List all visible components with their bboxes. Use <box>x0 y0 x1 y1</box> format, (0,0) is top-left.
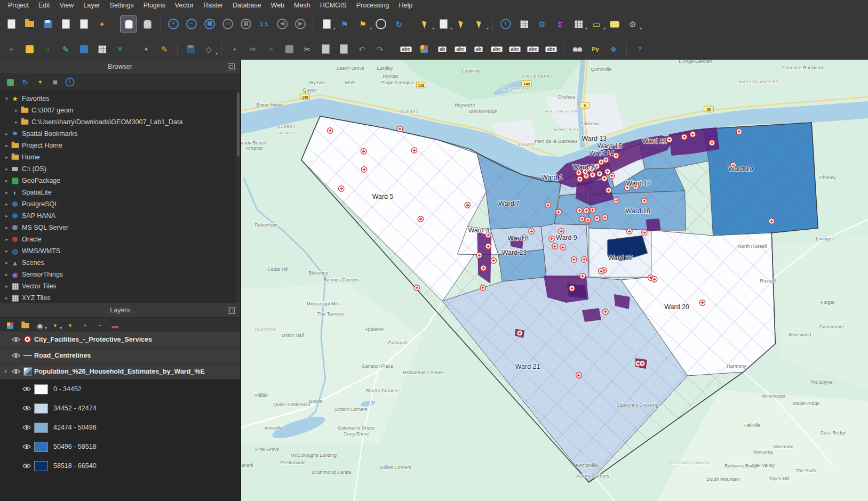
redo-icon[interactable]: ↷ <box>372 41 388 57</box>
facility-marker[interactable] <box>602 215 608 220</box>
filter-expression-icon[interactable]: ▼ <box>64 320 76 332</box>
attribute-table-icon[interactable] <box>570 16 586 32</box>
new-bookmark-icon[interactable]: ⚑ <box>337 16 353 32</box>
expander-arrow-icon[interactable]: ▸ <box>3 166 10 172</box>
facility-marker[interactable] <box>582 257 587 262</box>
zoom-last-icon[interactable]: ◀ <box>274 16 290 32</box>
facility-marker[interactable] <box>361 167 367 172</box>
expander-arrow-icon[interactable]: ▸ <box>3 248 10 254</box>
expander-arrow-icon[interactable]: ▸ <box>3 225 10 230</box>
save-project-icon[interactable] <box>39 16 55 32</box>
browser-scrollbar[interactable] <box>236 91 240 303</box>
menu-item[interactable]: Edit <box>34 1 55 10</box>
expander-arrow-icon[interactable]: ▸ <box>3 178 10 183</box>
zoom-out-icon[interactable]: − <box>184 16 200 32</box>
save-edits-icon[interactable] <box>182 41 198 57</box>
layout-manager-icon[interactable] <box>76 16 92 32</box>
options-icon[interactable]: ⚙ <box>625 16 641 32</box>
pin-labels-icon[interactable]: ab <box>434 41 450 57</box>
facility-marker[interactable] <box>681 134 687 140</box>
browser-item[interactable]: ▸ ◉ SensorThings <box>0 269 240 280</box>
browser-item[interactable]: ▸ ◍ WMS/WMTS <box>0 245 240 257</box>
browser-item[interactable]: ▸ Project Home <box>0 140 240 151</box>
facility-marker[interactable] <box>597 171 602 176</box>
browser-item[interactable]: ▸ GeoPackage <box>0 175 240 187</box>
visibility-eye-icon[interactable] <box>22 424 34 431</box>
show-bookmarks-icon[interactable]: ⚑ <box>355 16 371 32</box>
layer-row-population[interactable]: ▾ Population_%26_Household_Estimates_by_… <box>0 363 240 379</box>
help-icon[interactable]: ? <box>632 41 648 57</box>
select-by-value-icon[interactable] <box>435 16 451 32</box>
browser-filter-icon[interactable]: ▼ <box>34 76 46 88</box>
menu-item[interactable]: Web <box>266 1 289 10</box>
zoom-to-selection-icon[interactable]: □ <box>220 16 236 32</box>
visibility-eye-icon[interactable] <box>12 368 23 375</box>
expander-arrow-icon[interactable]: ▸ <box>3 155 10 160</box>
facility-marker[interactable] <box>599 269 604 274</box>
expander-arrow-icon[interactable]: ▸ <box>3 260 10 265</box>
layer-diagram-icon[interactable] <box>416 41 432 57</box>
facility-marker[interactable] <box>606 188 611 193</box>
facility-marker[interactable] <box>549 236 554 241</box>
layer-class-row[interactable]: 42474 - 50496 <box>0 418 240 437</box>
copy-features-icon[interactable] <box>317 41 333 57</box>
facility-marker[interactable] <box>485 244 491 249</box>
facility-marker[interactable] <box>602 176 607 181</box>
expander-arrow-icon[interactable]: ▸ <box>3 213 10 219</box>
expander-arrow-icon[interactable]: ▸ <box>3 284 10 289</box>
add-group-icon[interactable] <box>19 320 31 332</box>
menu-item[interactable]: Layer <box>78 1 105 10</box>
facility-marker[interactable] <box>590 172 595 177</box>
menu-item[interactable]: Mesh <box>289 1 315 10</box>
pan-to-selection-icon[interactable] <box>139 16 155 32</box>
facility-marker[interactable] <box>418 216 423 222</box>
facility-marker[interactable] <box>560 245 566 250</box>
remove-layer-icon[interactable]: ▬ <box>109 320 121 332</box>
layer-row-road-centrelines[interactable]: Road_Centrelines <box>0 348 240 363</box>
binoculars-search-icon[interactable]: ◉◉ <box>569 41 585 57</box>
facility-marker[interactable] <box>517 330 522 336</box>
map-svg[interactable]: Beech GroveEardleyLuskvilleKIRK'S FERRYQ… <box>241 60 868 501</box>
facility-marker[interactable] <box>614 153 619 158</box>
facility-marker[interactable] <box>491 258 496 263</box>
add-raster-icon[interactable] <box>76 41 92 57</box>
facility-marker[interactable] <box>569 286 575 291</box>
facility-marker[interactable] <box>642 198 647 204</box>
browser-item[interactable]: ▸ PostgreSQL <box>0 198 240 210</box>
facility-marker[interactable] <box>651 277 657 282</box>
show-statistics-icon[interactable]: Σ <box>552 16 568 32</box>
zoom-to-layer-icon[interactable]: ▤ <box>238 16 254 32</box>
facility-marker[interactable] <box>361 149 366 154</box>
refresh-map-icon[interactable]: ↻ <box>391 16 407 32</box>
browser-item[interactable]: ▸ C:\3007 geom <box>0 104 240 116</box>
placemark-icon[interactable]: ⌖ <box>138 41 154 57</box>
facility-marker[interactable] <box>545 203 551 208</box>
zoom-next-icon[interactable]: ▶ <box>292 16 308 32</box>
facility-marker[interactable] <box>640 361 645 366</box>
rotate-label-icon[interactable]: abc <box>489 41 505 57</box>
menu-item[interactable]: Help <box>394 1 417 10</box>
facility-marker[interactable] <box>529 229 534 234</box>
facility-marker[interactable] <box>552 244 558 249</box>
cut-features-icon[interactable]: ✂ <box>299 41 315 57</box>
menu-item[interactable]: Vector <box>170 1 198 10</box>
new-shapefile-icon[interactable]: ✎ <box>58 41 74 57</box>
measure-icon[interactable]: ▭ <box>588 16 604 32</box>
menu-item[interactable]: Plugins <box>139 1 170 10</box>
browser-item[interactable]: ▸ C:\Users\harry\Downloads\GEOM3007_Lab1… <box>0 116 240 128</box>
menu-item[interactable]: View <box>54 1 78 10</box>
paste-features-icon[interactable] <box>336 41 352 57</box>
visibility-eye-icon[interactable] <box>12 352 23 359</box>
expander-arrow-icon[interactable]: ▸ <box>3 272 10 277</box>
label-properties-icon[interactable]: abc <box>525 41 541 57</box>
facility-marker[interactable] <box>594 216 600 221</box>
float-panel-icon[interactable] <box>228 63 235 70</box>
select-by-expression-icon[interactable] <box>472 16 488 32</box>
facility-marker[interactable] <box>571 257 577 262</box>
expander-arrow-icon[interactable]: ▸ <box>3 131 10 136</box>
facility-marker[interactable] <box>411 148 417 153</box>
facility-marker[interactable] <box>609 173 615 179</box>
split-features-icon[interactable]: ✂ <box>245 41 261 57</box>
move-label-icon[interactable]: ab <box>471 41 487 57</box>
map-canvas[interactable]: Beech GroveEardleyLuskvilleKIRK'S FERRYQ… <box>241 60 868 501</box>
